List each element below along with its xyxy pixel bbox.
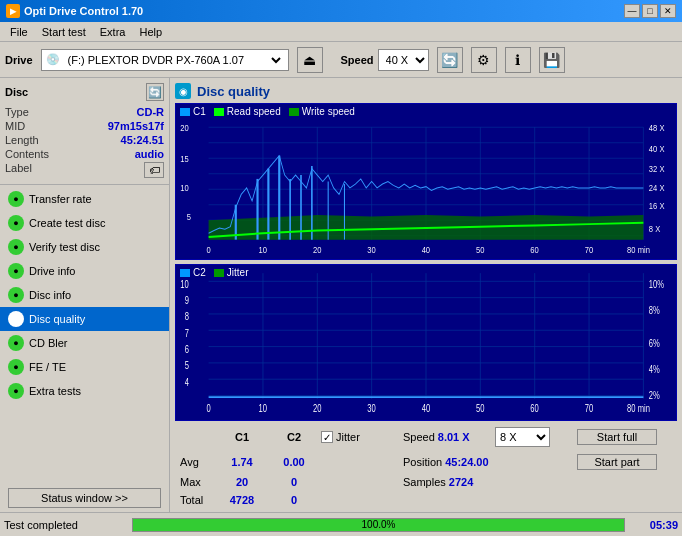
nav-label-verify-test-disc: Verify test disc — [29, 241, 100, 253]
svg-text:6: 6 — [185, 343, 189, 356]
c1-header: C1 — [217, 431, 267, 443]
avg-c1: 1.74 — [217, 456, 267, 468]
sidebar-item-transfer-rate[interactable]: ● Transfer rate — [0, 187, 169, 211]
c1-chart: C1 Read speed Write speed — [175, 103, 677, 260]
save-button[interactable]: 💾 — [539, 47, 565, 73]
avg-c2: 0.00 — [269, 456, 319, 468]
eject-button[interactable]: ⏏ — [297, 47, 323, 73]
panel-icon: ◉ — [175, 83, 191, 99]
sidebar-item-disc-quality[interactable]: ● Disc quality — [0, 307, 169, 331]
svg-text:32 X: 32 X — [649, 164, 665, 175]
sidebar-item-create-test-disc[interactable]: ● Create test disc — [0, 211, 169, 235]
drive-select-container: 💿 (F:) PLEXTOR DVDR PX-760A 1.07 — [41, 49, 289, 71]
jitter-label-stats: Jitter — [336, 431, 360, 443]
speed-dropdown[interactable]: 40 X — [378, 49, 429, 71]
disc-section-title: Disc — [5, 86, 28, 98]
status-window-button[interactable]: Status window >> — [8, 488, 161, 508]
svg-text:20: 20 — [180, 122, 189, 133]
svg-text:10%: 10% — [649, 277, 665, 290]
svg-text:30: 30 — [367, 401, 376, 414]
stats-row: C1 C2 ✓ Jitter Speed 8.01 X 8 X — [175, 425, 677, 449]
sidebar-item-verify-test-disc[interactable]: ● Verify test disc — [0, 235, 169, 259]
toolbar: Drive 💿 (F:) PLEXTOR DVDR PX-760A 1.07 ⏏… — [0, 42, 682, 78]
svg-text:15: 15 — [180, 153, 189, 164]
info-button[interactable]: ℹ — [505, 47, 531, 73]
nav-label-create-test-disc: Create test disc — [29, 217, 105, 229]
nav-label-extra-tests: Extra tests — [29, 385, 81, 397]
disc-refresh-button[interactable]: 🔄 — [146, 83, 164, 101]
total-c2: 0 — [269, 494, 319, 506]
label-icon[interactable]: 🏷 — [144, 162, 164, 178]
contents-value: audio — [135, 148, 164, 160]
sidebar-item-disc-info[interactable]: ● Disc info — [0, 283, 169, 307]
svg-text:5: 5 — [187, 212, 192, 223]
svg-text:5: 5 — [185, 359, 189, 372]
status-text: Test completed — [4, 519, 124, 531]
svg-text:0: 0 — [206, 244, 211, 255]
c1-label: C1 — [193, 106, 206, 117]
length-label: Length — [5, 134, 39, 146]
svg-text:0: 0 — [206, 401, 211, 414]
max-c1: 20 — [217, 476, 267, 488]
refresh-button[interactable]: 🔄 — [437, 47, 463, 73]
sidebar: Disc 🔄 Type CD-R MID 97m15s17f Length 45… — [0, 78, 170, 512]
speed-quality-dropdown[interactable]: 8 X — [495, 427, 550, 447]
c2-chart-svg: 10 9 8 7 6 5 4 10% 8% 6% 4% 2% — [176, 265, 676, 420]
speed-label: Speed — [341, 54, 374, 66]
disc-info-panel: Disc 🔄 Type CD-R MID 97m15s17f Length 45… — [0, 78, 169, 185]
close-button[interactable]: ✕ — [660, 4, 676, 18]
menu-help[interactable]: Help — [133, 25, 168, 39]
menu-extra[interactable]: Extra — [94, 25, 132, 39]
title-bar: ▶ Opti Drive Control 1.70 — □ ✕ — [0, 0, 682, 22]
svg-text:16 X: 16 X — [649, 200, 665, 211]
c2-chart: C2 Jitter — [175, 264, 677, 421]
nav-label-fe-te: FE / TE — [29, 361, 66, 373]
svg-text:7: 7 — [185, 326, 189, 339]
nav-icon-cd-bler: ● — [8, 335, 24, 351]
menu-start-test[interactable]: Start test — [36, 25, 92, 39]
minimize-button[interactable]: — — [624, 4, 640, 18]
c2-header: C2 — [269, 431, 319, 443]
start-part-button[interactable]: Start part — [577, 454, 657, 470]
c1-chart-svg: 20 15 10 5 48 X 40 X 32 X 24 X 16 X 8 X … — [176, 104, 676, 259]
svg-text:9: 9 — [185, 294, 189, 307]
maximize-button[interactable]: □ — [642, 4, 658, 18]
nav-icon-drive-info: ● — [8, 263, 24, 279]
svg-text:4%: 4% — [649, 362, 660, 375]
drive-dropdown[interactable]: (F:) PLEXTOR DVDR PX-760A 1.07 — [64, 53, 284, 67]
menu-file[interactable]: File — [4, 25, 34, 39]
settings-button[interactable]: ⚙ — [471, 47, 497, 73]
contents-label: Contents — [5, 148, 49, 160]
nav-items: ● Transfer rate ● Create test disc ● Ver… — [0, 185, 169, 484]
c1-legend: C1 Read speed Write speed — [180, 106, 355, 117]
position-value: 45:24.00 — [445, 456, 488, 468]
type-label: Type — [5, 106, 29, 118]
svg-text:8 X: 8 X — [649, 223, 661, 234]
svg-text:40: 40 — [422, 401, 431, 414]
svg-text:30: 30 — [367, 244, 376, 255]
write-speed-color — [289, 108, 299, 116]
mid-label: MID — [5, 120, 25, 132]
nav-icon-transfer-rate: ● — [8, 191, 24, 207]
start-full-button[interactable]: Start full — [577, 429, 657, 445]
sidebar-item-cd-bler[interactable]: ● CD Bler — [0, 331, 169, 355]
sidebar-item-drive-info[interactable]: ● Drive info — [0, 259, 169, 283]
jitter-checkbox[interactable]: ✓ — [321, 431, 333, 443]
svg-text:80 min: 80 min — [627, 401, 650, 414]
max-label: Max — [180, 476, 215, 488]
nav-label-disc-info: Disc info — [29, 289, 71, 301]
nav-icon-disc-quality: ● — [8, 311, 24, 327]
svg-text:24 X: 24 X — [649, 182, 665, 193]
svg-text:60: 60 — [530, 244, 539, 255]
svg-text:10: 10 — [180, 182, 189, 193]
jitter-color — [214, 269, 224, 277]
avg-label: Avg — [180, 456, 215, 468]
position-container: Position 45:24.00 — [403, 456, 493, 468]
sidebar-item-fe-te[interactable]: ● FE / TE — [0, 355, 169, 379]
time-display: 05:39 — [633, 519, 678, 531]
max-c2: 0 — [269, 476, 319, 488]
samples-label: Samples — [403, 476, 446, 488]
svg-text:10: 10 — [259, 401, 268, 414]
c2-color — [180, 269, 190, 277]
sidebar-item-extra-tests[interactable]: ● Extra tests — [0, 379, 169, 403]
